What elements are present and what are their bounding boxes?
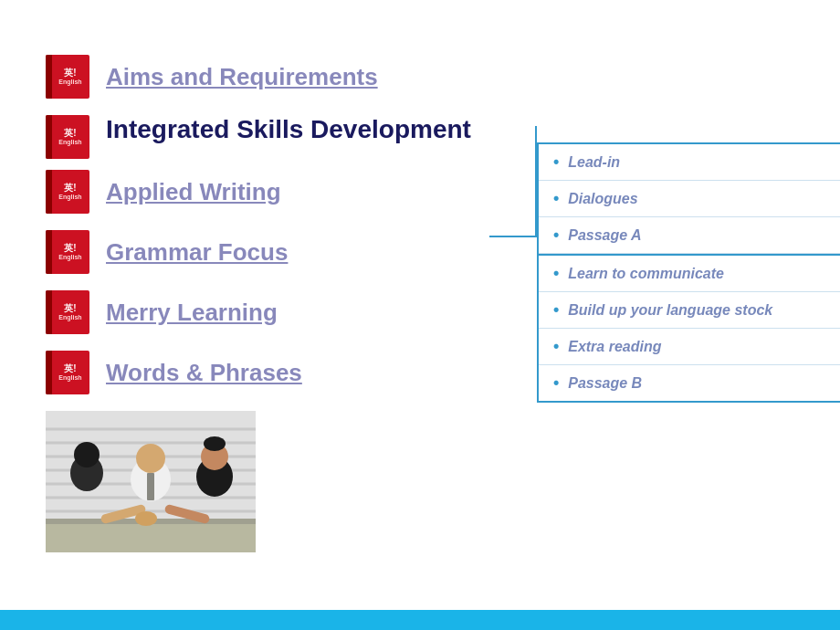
book-icon-words: 英! English (46, 351, 89, 394)
bullet-learn: • (553, 264, 559, 283)
svg-point-23 (135, 511, 157, 526)
dropdown-item-extra[interactable]: • Extra reading (539, 329, 840, 365)
applied-link[interactable]: Applied Writing (106, 178, 281, 206)
bottom-bar (0, 610, 840, 630)
bullet-lead-in: • (553, 152, 559, 172)
dropdown-item-dialogues[interactable]: • Dialogues (539, 181, 840, 217)
svg-point-16 (136, 444, 165, 473)
dropdown-label-lead-in: Lead-in (568, 154, 620, 171)
dropdown-item-passage-b[interactable]: • Passage B (539, 365, 840, 401)
dropdown-label-build: Build up your language stock (568, 302, 772, 319)
dropdown-item-build[interactable]: • Build up your language stock (539, 292, 840, 329)
main-content: 英! English Aims and Requirements 英! Engl… (0, 0, 840, 552)
book-icon-aims: 英! English (46, 55, 89, 99)
dropdown-label-dialogues: Dialogues (568, 191, 637, 207)
connector-area: • Lead-in • Dialogues • Passage A • Lear… (489, 126, 840, 403)
dropdown-item-learn[interactable]: • Learn to communicate (539, 254, 840, 292)
left-nav: 英! English Aims and Requirements 英! Engl… (46, 55, 471, 552)
horizontal-line (489, 236, 537, 237)
bullet-passage-a: • (553, 226, 559, 245)
content-area: 英! English Aims and Requirements 英! Engl… (46, 55, 794, 552)
dropdown-item-passage-a[interactable]: • Passage A (539, 217, 840, 254)
dropdown-item-lead-in[interactable]: • Lead-in (539, 144, 840, 181)
nav-item-merry[interactable]: 英! English Merry Learning (46, 290, 471, 334)
svg-point-20 (204, 436, 226, 451)
nav-item-aims[interactable]: 英! English Aims and Requirements (46, 55, 471, 99)
photo-container (46, 411, 256, 552)
dropdown-label-passage-b: Passage B (568, 375, 642, 392)
photo-svg (46, 411, 256, 552)
book-icon-applied: 英! English (46, 170, 89, 214)
book-icon-merry: 英! English (46, 290, 89, 334)
nav-item-grammar[interactable]: 英! English Grammar Focus (46, 230, 471, 274)
right-panel: • Lead-in • Dialogues • Passage A • Lear… (489, 55, 840, 552)
merry-link[interactable]: Merry Learning (106, 299, 278, 327)
dropdown-box: • Lead-in • Dialogues • Passage A • Lear… (537, 142, 840, 403)
svg-rect-17 (147, 473, 154, 500)
bullet-extra: • (553, 337, 559, 356)
bullet-passage-b: • (553, 373, 559, 393)
integrated-link[interactable]: Integrated Skills Development (106, 115, 471, 144)
aims-link[interactable]: Aims and Requirements (106, 63, 378, 91)
svg-point-14 (74, 442, 100, 467)
book-icon-grammar: 英! English (46, 230, 89, 274)
nav-item-applied[interactable]: 英! English Applied Writing (46, 170, 471, 214)
nav-item-integrated[interactable]: 英! English Integrated Skills Development (46, 115, 471, 159)
bullet-build: • (553, 300, 559, 320)
photo-scene (46, 411, 256, 552)
grammar-link[interactable]: Grammar Focus (106, 238, 288, 267)
bullet-dialogues: • (553, 189, 559, 208)
dropdown-label-learn: Learn to communicate (568, 266, 724, 282)
dropdown-label-extra: Extra reading (568, 339, 661, 355)
words-link[interactable]: Words & Phrases (106, 359, 302, 387)
book-icon-integrated: 英! English (46, 115, 89, 159)
nav-item-words[interactable]: 英! English Words & Phrases (46, 351, 471, 394)
dropdown-label-passage-a: Passage A (568, 227, 641, 244)
connector-lines (489, 126, 537, 237)
